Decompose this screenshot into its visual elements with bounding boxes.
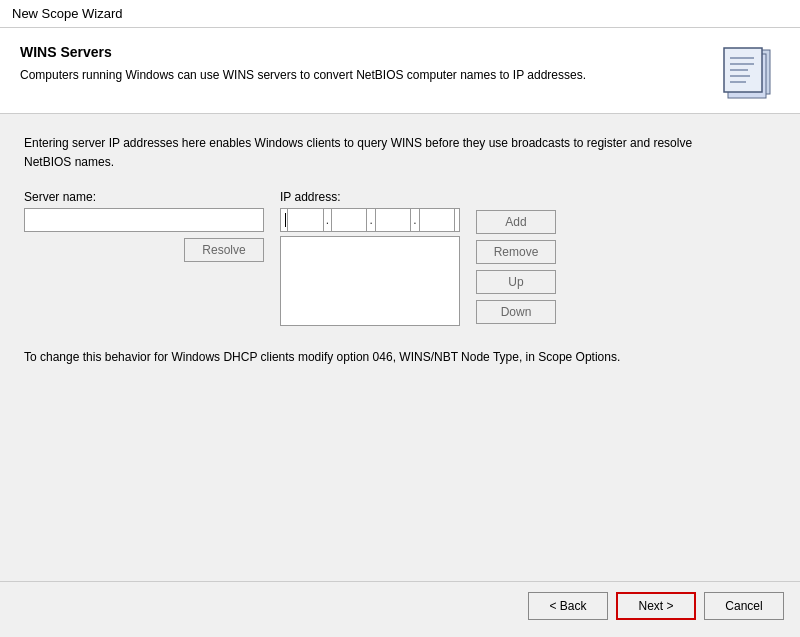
main-form-area: Server name: Resolve IP address: . . . (24, 190, 776, 326)
resolve-button[interactable]: Resolve (184, 238, 264, 262)
ip-octet-2[interactable] (331, 208, 367, 232)
down-button[interactable]: Down (476, 300, 556, 324)
ip-octet-3[interactable] (375, 208, 411, 232)
ip-address-input[interactable]: . . . (280, 208, 460, 232)
wizard-title: WINS Servers (20, 44, 586, 60)
ip-octet-4[interactable] (419, 208, 455, 232)
remove-button[interactable]: Remove (476, 240, 556, 264)
title-bar-label: New Scope Wizard (12, 6, 123, 21)
next-button[interactable]: Next > (616, 592, 696, 620)
back-button[interactable]: < Back (528, 592, 608, 620)
note-text: To change this behavior for Windows DHCP… (24, 348, 704, 367)
wins-server-icon (720, 44, 780, 99)
wizard-body: Entering server IP addresses here enable… (0, 114, 800, 581)
left-column: Server name: Resolve (24, 190, 264, 262)
cancel-button[interactable]: Cancel (704, 592, 784, 620)
add-button[interactable]: Add (476, 210, 556, 234)
up-button[interactable]: Up (476, 270, 556, 294)
resolve-btn-container: Resolve (24, 238, 264, 262)
instruction-text: Entering server IP addresses here enable… (24, 134, 704, 172)
wizard-description: Computers running Windows can use WINS s… (20, 66, 586, 84)
wizard-header-text: WINS Servers Computers running Windows c… (20, 44, 586, 84)
server-name-label: Server name: (24, 190, 264, 204)
wizard-container: WINS Servers Computers running Windows c… (0, 28, 800, 630)
action-column: Add Remove Up Down (476, 190, 556, 324)
ip-dot-1: . (326, 213, 329, 227)
wizard-header: WINS Servers Computers running Windows c… (0, 28, 800, 114)
ip-list-box[interactable] (280, 236, 460, 326)
ip-dot-2: . (369, 213, 372, 227)
ip-address-label: IP address: (280, 190, 460, 204)
ip-dot-3: . (413, 213, 416, 227)
title-bar: New Scope Wizard (0, 0, 800, 28)
server-name-input[interactable] (24, 208, 264, 232)
wizard-footer: < Back Next > Cancel (0, 581, 800, 630)
ip-octet-1[interactable] (287, 208, 323, 232)
right-column: IP address: . . . (280, 190, 460, 326)
